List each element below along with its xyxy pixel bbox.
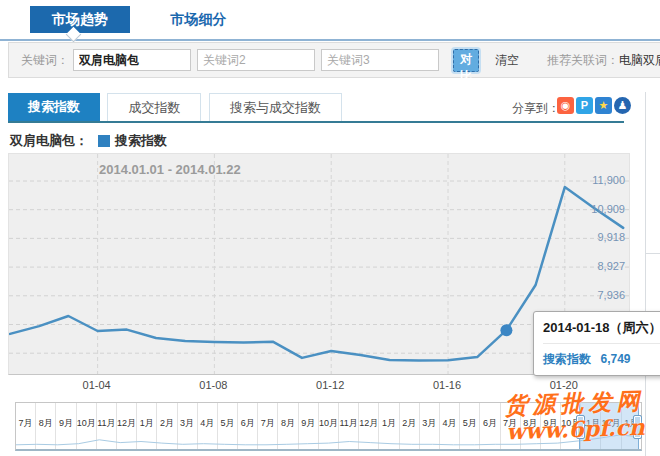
share-icon-group: ◉ P ★ ♟ [557,97,631,114]
x-axis-tick-label: 01-12 [300,379,360,391]
clear-link[interactable]: 清空 [495,52,519,69]
tab-search-index[interactable]: 搜索指数 [8,93,100,121]
legend-swatch [98,135,110,147]
selection-right-handle[interactable] [633,415,642,439]
chart-date-range: 2014.01.01 - 2014.01.22 [99,162,241,177]
keyword-bar: 关键词： 对比 清空 推荐关联词： 电脑双肩 [8,42,660,78]
keyword-input-2[interactable] [197,49,315,71]
tab-market-trend[interactable]: 市场趋势 [30,6,130,33]
tooltip-series: 搜索指数 [543,352,591,366]
legend-keyword: 双肩电脑包： [10,132,88,150]
navigator-sparkline [16,432,641,448]
compare-button[interactable]: 对比 [453,49,479,72]
qzone-icon[interactable]: ★ [595,97,612,114]
x-axis-tick-label: 01-20 [534,379,594,391]
tooltip-date: 2014-01-18（周六） [543,319,660,337]
y-axis-tick-label: 11,900 [555,174,625,186]
tencent-weibo-icon[interactable]: P [576,97,593,114]
keyword-input-3[interactable] [321,49,439,71]
keyword-input-1[interactable] [73,49,191,71]
sina-weibo-icon[interactable]: ◉ [557,97,574,114]
x-axis-tick-label: 01-16 [417,379,477,391]
keyword-label: 关键词： [21,52,69,69]
selection-left-handle[interactable] [576,415,585,439]
tab-underline [8,121,624,123]
x-axis-tick-label: 01-04 [67,379,127,391]
suggest-keyword-link[interactable]: 电脑双肩 [619,52,660,69]
tooltip-value: 6,749 [600,352,630,366]
right-panel-divider [646,253,660,254]
chart-tooltip: 2014-01-18（周六） 搜索指数 6,749 [533,311,660,376]
y-axis-tick-label: 9,918 [555,231,625,243]
highlighted-data-point[interactable] [500,324,512,336]
index-tab-bar: 搜索指数 成交指数 搜索与成交指数 [8,93,345,121]
y-axis-tick-label: 7,936 [555,289,625,301]
tab-search-deal-index[interactable]: 搜索与成交指数 [209,93,342,121]
tab-deal-index[interactable]: 成交指数 [107,93,201,121]
y-axis-tick-label: 8,927 [555,260,625,272]
navigator-selection[interactable] [579,403,639,449]
chart-legend: 双肩电脑包： 搜索指数 [10,132,167,150]
timeline-navigator[interactable]: 7月8月9月10月11月12月1月2月3月4月5月6月7月8月9月10月11月1… [15,402,642,451]
share-to-label: 分享到： [512,100,560,117]
legend-series: 搜索指数 [115,132,167,150]
y-axis-tick-label: 10,909 [555,203,625,215]
renren-icon[interactable]: ♟ [614,97,631,114]
suggest-keyword-label: 推荐关联词： [547,52,619,69]
tooltip-divider [543,343,660,344]
primary-tab-bar: 市场趋势 市场细分 [0,0,660,41]
tab-market-segment[interactable]: 市场细分 [148,6,248,33]
x-axis-tick-label: 01-08 [183,379,243,391]
right-panel-border [645,92,660,456]
